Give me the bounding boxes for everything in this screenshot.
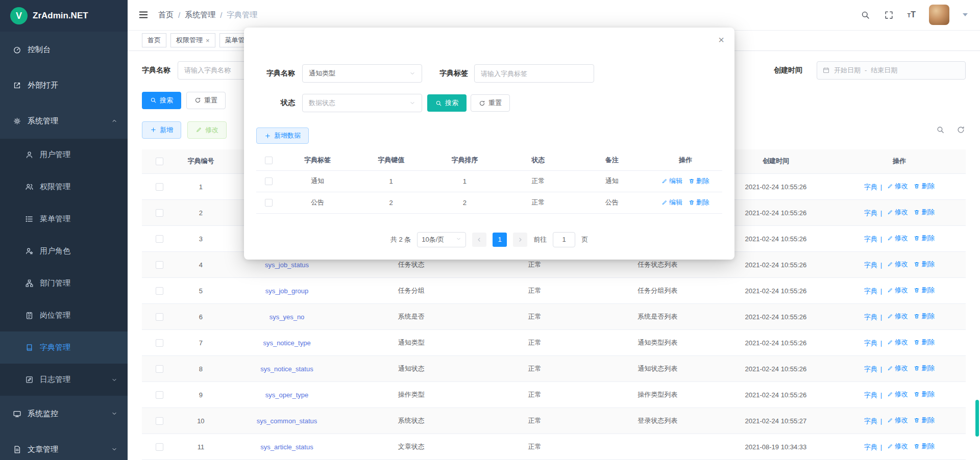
page-number-button[interactable]: 1 <box>493 233 507 247</box>
edit-link[interactable]: 修改 <box>887 364 908 373</box>
edit-link[interactable]: 编辑 <box>662 198 682 207</box>
dict-data-link[interactable]: 字典 <box>864 417 877 426</box>
delete-link[interactable]: 删除 <box>914 364 935 373</box>
dict-data-link[interactable]: 字典 <box>864 287 877 296</box>
next-page-button[interactable] <box>513 233 527 247</box>
dict-data-link[interactable]: 字典 <box>864 365 877 374</box>
fullscreen-icon[interactable] <box>884 10 894 20</box>
dict-data-link[interactable]: 字典 <box>864 339 877 348</box>
row-checkbox[interactable] <box>156 235 163 243</box>
delete-link[interactable]: 删除 <box>689 176 709 186</box>
close-icon[interactable]: × <box>718 35 724 45</box>
edit-link[interactable]: 修改 <box>887 260 908 269</box>
row-checkbox[interactable] <box>156 313 163 321</box>
add-button[interactable]: 新增 <box>142 121 181 139</box>
font-size-icon[interactable]: TT <box>907 10 916 19</box>
edit-link[interactable]: 编辑 <box>662 176 682 186</box>
dict-name-select[interactable]: 通知类型 <box>302 64 422 83</box>
row-checkbox[interactable] <box>156 339 163 347</box>
tab-permissions[interactable]: 权限管理 × <box>170 33 215 47</box>
delete-link[interactable]: 删除 <box>914 234 935 243</box>
dict-type-link[interactable]: sys_article_status <box>260 443 313 451</box>
delete-link[interactable]: 删除 <box>914 260 935 269</box>
scrollbar-thumb[interactable] <box>975 400 979 437</box>
row-checkbox[interactable] <box>156 443 163 451</box>
date-range-picker[interactable]: 开始日期 - 结束日期 <box>817 61 966 80</box>
search-button[interactable]: 搜索 <box>142 92 181 109</box>
breadcrumb-system[interactable]: 系统管理 <box>185 10 215 20</box>
hamburger-icon[interactable] <box>138 9 149 20</box>
dict-type-link[interactable]: sys_notice_type <box>263 339 310 347</box>
dict-type-link[interactable]: sys_job_status <box>265 261 309 269</box>
sidebar-item-dictionary[interactable]: 字典管理 <box>0 331 128 364</box>
edit-link[interactable]: 修改 <box>887 416 908 425</box>
avatar-caret-icon[interactable] <box>963 13 968 16</box>
row-checkbox[interactable] <box>156 183 163 191</box>
search-icon[interactable] <box>936 125 945 135</box>
edit-link[interactable]: 修改 <box>887 338 908 347</box>
app-logo[interactable]: V ZrAdmin.NET <box>0 0 128 32</box>
delete-link[interactable]: 删除 <box>914 416 935 425</box>
page-size-select[interactable]: 10条/页 <box>417 232 466 247</box>
dict-type-link[interactable]: sys_notice_status <box>260 365 313 373</box>
edit-link[interactable]: 修改 <box>887 286 908 295</box>
edit-link[interactable]: 修改 <box>887 208 908 217</box>
add-data-button[interactable]: 新增数据 <box>256 127 309 144</box>
row-checkbox[interactable] <box>156 209 163 217</box>
delete-link[interactable]: 删除 <box>689 198 709 207</box>
row-checkbox[interactable] <box>156 391 163 399</box>
dict-data-link[interactable]: 字典 <box>864 235 877 244</box>
delete-link[interactable]: 删除 <box>914 286 935 295</box>
sidebar-item-user-roles[interactable]: 用户角色 <box>0 235 128 267</box>
row-checkbox[interactable] <box>265 199 273 207</box>
dict-data-link[interactable]: 字典 <box>864 209 877 218</box>
sidebar-item-users[interactable]: 用户管理 <box>0 139 128 171</box>
dict-type-link[interactable]: sys_job_group <box>265 287 309 295</box>
dict-type-link[interactable]: sys_oper_type <box>265 391 309 399</box>
edit-link[interactable]: 修改 <box>887 182 908 191</box>
sidebar-item-articles[interactable]: 文章管理 <box>0 431 128 460</box>
sidebar-item-posts[interactable]: 岗位管理 <box>0 299 128 331</box>
delete-link[interactable]: 删除 <box>914 390 935 399</box>
prev-page-button[interactable] <box>472 233 486 247</box>
sidebar-item-external[interactable]: 外部打开 <box>0 67 128 103</box>
select-all-checkbox[interactable] <box>156 158 163 165</box>
select-all-checkbox[interactable] <box>265 157 273 164</box>
row-checkbox[interactable] <box>156 365 163 373</box>
delete-link[interactable]: 删除 <box>914 338 935 347</box>
edit-link[interactable]: 修改 <box>887 390 908 399</box>
delete-link[interactable]: 删除 <box>914 208 935 217</box>
row-checkbox[interactable] <box>156 417 163 425</box>
dict-type-link[interactable]: sys_yes_no <box>270 313 305 321</box>
edit-link[interactable]: 修改 <box>887 312 908 321</box>
breadcrumb-home[interactable]: 首页 <box>158 10 174 20</box>
tab-home[interactable]: 首页 <box>142 33 166 47</box>
edit-link[interactable]: 修改 <box>887 442 908 451</box>
row-checkbox[interactable] <box>156 261 163 269</box>
delete-link[interactable]: 删除 <box>914 182 935 191</box>
user-avatar[interactable] <box>929 5 949 25</box>
dict-data-link[interactable]: 字典 <box>864 443 877 452</box>
dict-type-link[interactable]: sys_common_status <box>257 417 317 425</box>
sidebar-item-dashboard[interactable]: 控制台 <box>0 32 128 67</box>
refresh-icon[interactable] <box>957 125 966 135</box>
dict-label-input[interactable] <box>474 64 594 83</box>
row-checkbox[interactable] <box>156 287 163 295</box>
edit-button[interactable]: 修改 <box>187 121 227 139</box>
dialog-search-button[interactable]: 搜索 <box>427 94 467 112</box>
sidebar-item-monitor[interactable]: 系统监控 <box>0 396 128 431</box>
sidebar-item-permissions[interactable]: 权限管理 <box>0 171 128 203</box>
close-icon[interactable]: × <box>206 37 210 44</box>
row-checkbox[interactable] <box>265 177 273 185</box>
dialog-reset-button[interactable]: 重置 <box>471 94 510 112</box>
search-icon[interactable] <box>860 10 870 20</box>
sidebar-item-logs[interactable]: 日志管理 <box>0 364 128 396</box>
dict-data-link[interactable]: 字典 <box>864 183 877 192</box>
dict-data-link[interactable]: 字典 <box>864 391 877 400</box>
goto-page-input[interactable] <box>553 232 575 247</box>
edit-link[interactable]: 修改 <box>887 234 908 243</box>
sidebar-item-departments[interactable]: 部门管理 <box>0 267 128 299</box>
sidebar-item-system[interactable]: 系统管理 <box>0 103 128 139</box>
status-select[interactable]: 数据状态 <box>302 94 422 112</box>
delete-link[interactable]: 删除 <box>914 442 935 451</box>
